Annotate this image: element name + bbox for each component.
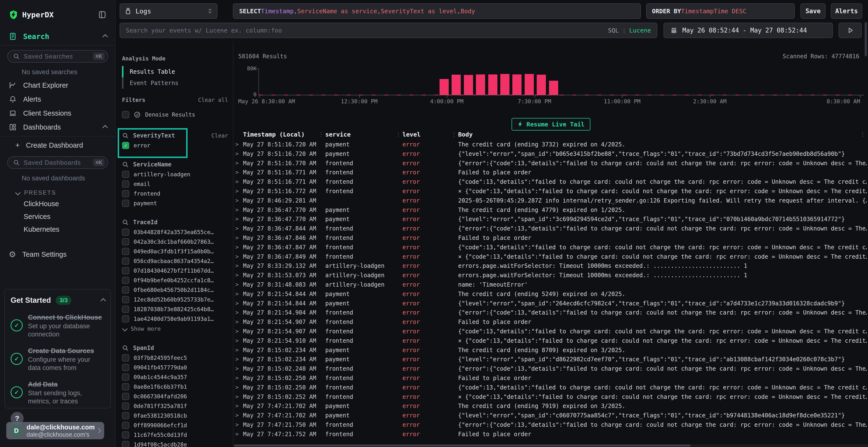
table-row[interactable]: >May 27 7:47:21.702 AMpaymenterrorThe cr… <box>234 403 868 412</box>
table-row[interactable]: >May 27 8:31:48.083 AMartillery-loadgene… <box>234 281 868 291</box>
source-select[interactable]: Logs <box>120 3 217 19</box>
filter-value-row[interactable]: 049ed0ac3fdb1f3f15a0b0b… <box>122 247 228 256</box>
expand-row-chevron-icon[interactable]: > <box>235 169 239 175</box>
filter-value-row[interactable]: 0ae8e1f6c6b37fb1 <box>122 382 228 391</box>
histogram-bar[interactable] <box>488 74 497 95</box>
filter-checkbox[interactable] <box>122 248 129 255</box>
expand-row-chevron-icon[interactable]: > <box>235 244 239 250</box>
table-row[interactable]: >May 27 7:47:21.702 AMpaymenterror{"leve… <box>234 412 868 421</box>
filter-value-row[interactable]: frontend <box>122 189 228 199</box>
expand-row-chevron-icon[interactable]: > <box>235 337 239 344</box>
filter-checkbox[interactable] <box>122 393 129 400</box>
collapse-sidebar-icon[interactable] <box>98 10 106 19</box>
lucene-search-input[interactable]: Search your events w/ Lucene ex. column:… <box>120 23 657 38</box>
filter-value-row[interactable]: 0c0667304fafd206 <box>122 391 228 401</box>
expand-row-chevron-icon[interactable]: > <box>235 421 239 428</box>
sidebar-item-dashboards[interactable]: Dashboards <box>0 120 115 134</box>
expand-row-chevron-icon[interactable]: > <box>235 197 239 204</box>
expand-row-chevron-icon[interactable]: > <box>235 412 239 418</box>
histogram-bar[interactable] <box>513 74 522 95</box>
filter-checkbox[interactable] <box>122 315 129 322</box>
table-row[interactable]: >May 27 8:15:02.250 AMfrontenderror{"cod… <box>234 384 868 393</box>
get-started-item[interactable]: ✓Create Data SourcesConfigure where your… <box>10 347 105 372</box>
expand-row-chevron-icon[interactable]: > <box>235 375 239 381</box>
expand-row-chevron-icon[interactable]: > <box>235 178 239 185</box>
filter-checkbox[interactable] <box>122 180 129 187</box>
histogram-bar[interactable] <box>439 79 449 95</box>
expand-row-chevron-icon[interactable]: > <box>235 225 239 232</box>
filter-checkbox[interactable] <box>122 286 129 294</box>
expand-row-chevron-icon[interactable]: > <box>235 216 239 222</box>
denoise-results-row[interactable]: Denoise Results <box>122 109 228 120</box>
column-header-timestamp[interactable]: Timestamp (Local) <box>243 131 305 138</box>
get-started-item[interactable]: ✓Connect to ClickHouseSet up your databa… <box>10 313 105 338</box>
app-logo[interactable]: HyperDX <box>9 10 54 20</box>
horizontal-scrollbar[interactable] <box>234 444 868 447</box>
table-row[interactable]: >May 27 8:46:29.281 AMerror2025-05-26T09… <box>234 197 868 207</box>
histogram-bar[interactable] <box>525 74 534 95</box>
expand-row-chevron-icon[interactable]: > <box>235 253 239 260</box>
filter-value-row[interactable]: 1ae42480d758e9ab91193a1… <box>122 314 228 324</box>
filter-checkbox[interactable] <box>122 171 129 178</box>
preset-kubernetes[interactable]: Kubernetes <box>0 223 115 236</box>
mode-event-patterns[interactable]: Event Patterns <box>122 77 228 89</box>
save-button[interactable]: Save <box>801 3 826 19</box>
expand-row-chevron-icon[interactable]: > <box>235 235 239 241</box>
mode-results-table[interactable]: Results Table <box>122 66 228 77</box>
column-resize-handle-icon[interactable]: ⋮ <box>318 131 324 138</box>
filter-value-row[interactable]: 056cd9acbaac8637a4354a2… <box>122 256 228 266</box>
table-row[interactable]: >May 27 8:36:47.770 AMpaymenterror{"leve… <box>234 216 868 225</box>
expand-row-chevron-icon[interactable]: > <box>235 309 239 315</box>
filter-checkbox[interactable] <box>122 296 129 303</box>
scrollbar-thumb[interactable] <box>234 445 690 447</box>
expand-row-chevron-icon[interactable]: > <box>235 319 239 325</box>
table-row[interactable]: >May 27 8:15:02.248 AMfrontenderror{"err… <box>234 365 868 375</box>
table-row[interactable]: >May 27 8:21:54.844 AMpaymenterrorThe cr… <box>234 291 868 300</box>
sidebar-item-client-sessions[interactable]: Client Sessions <box>0 106 115 120</box>
filter-value-row[interactable]: ✓error <box>122 141 228 150</box>
histogram-bar[interactable] <box>549 81 558 95</box>
table-row[interactable]: >May 27 7:47:21.752 AMfrontenderrorFaile… <box>234 431 868 440</box>
create-dashboard-button[interactable]: + Create Dashboard <box>0 138 115 152</box>
filter-checkbox[interactable] <box>122 238 129 245</box>
table-row[interactable]: >May 27 8:36:47.770 AMpaymenterrorThe cr… <box>234 207 868 216</box>
run-query-button[interactable] <box>839 23 862 38</box>
expand-row-chevron-icon[interactable]: > <box>235 207 239 213</box>
filter-checkbox[interactable] <box>122 267 129 274</box>
filter-value-row[interactable]: email <box>122 179 228 189</box>
table-row[interactable]: >May 27 8:21:54.907 AMfrontenderrorFaile… <box>234 319 868 328</box>
expand-row-chevron-icon[interactable]: > <box>235 188 239 194</box>
filter-checkbox[interactable] <box>122 364 129 371</box>
preset-clickhouse[interactable]: ClickHouse <box>0 198 115 210</box>
saved-dashboards-input[interactable]: Saved Dashboards ⌘K <box>7 156 108 169</box>
expand-row-chevron-icon[interactable]: > <box>235 263 239 269</box>
histogram-bar[interactable] <box>537 75 546 95</box>
filter-value-row[interactable]: 1d94f08c5acdb28e <box>122 440 228 447</box>
table-row[interactable]: >May 27 8:51:16.771 AMfrontenderror{"cod… <box>234 178 868 188</box>
expand-row-chevron-icon[interactable]: > <box>235 365 239 372</box>
filter-checkbox[interactable] <box>122 383 129 390</box>
expand-row-chevron-icon[interactable]: > <box>235 356 239 362</box>
histogram-bar[interactable] <box>476 74 485 95</box>
resume-live-tail-button[interactable]: Resume Live Tail <box>512 118 590 131</box>
sidebar-item-search[interactable]: Search <box>0 29 115 43</box>
lucene-mode-toggle[interactable]: Lucene <box>629 27 651 34</box>
table-row[interactable]: >May 27 8:15:02.234 AMpaymenterror{"leve… <box>234 356 868 365</box>
expand-row-chevron-icon[interactable]: > <box>235 431 239 437</box>
filter-value-row[interactable]: 0fae5381230518cb <box>122 411 228 420</box>
table-row[interactable]: >May 27 8:21:54.910 AMfrontenderror× {"c… <box>234 337 868 347</box>
sidebar-item-team-settings[interactable]: ⚙ Team Settings <box>0 247 115 261</box>
filter-checkbox[interactable] <box>122 354 129 362</box>
filter-value-row[interactable]: 0f94b9befe0b4252ccfa1c8… <box>122 276 228 285</box>
table-row[interactable]: >May 27 8:21:54.907 AMfrontenderror{"cod… <box>234 328 868 337</box>
filter-value-row[interactable]: artillery-loadgen <box>122 170 228 179</box>
filter-value-row[interactable]: 042a30c3dc1baf660b27863… <box>122 237 228 247</box>
filter-clear-button[interactable]: Clear <box>212 133 228 139</box>
table-row[interactable]: >May 27 8:31:53.073 AMartillery-loadgene… <box>234 272 868 281</box>
expand-row-chevron-icon[interactable]: > <box>235 141 239 147</box>
show-more-button[interactable]: Show more <box>122 324 228 334</box>
column-header-level[interactable]: level <box>402 131 421 138</box>
table-row[interactable]: >May 27 8:21:54.904 AMfrontenderror{"err… <box>234 309 868 319</box>
alerts-button[interactable]: Alerts <box>831 3 862 19</box>
table-row[interactable]: >May 27 8:51:16.771 AMfrontenderrorFaile… <box>234 169 868 178</box>
